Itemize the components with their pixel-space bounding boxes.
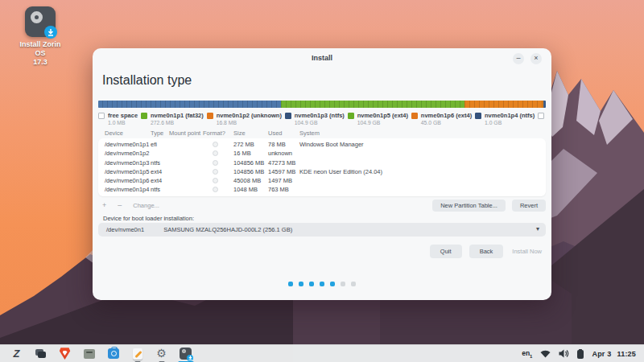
bootloader-device: /dev/nvme0n1 — [106, 226, 144, 233]
legend-item: nvme0n1p3 (ntfs)104.9 GB — [285, 112, 345, 126]
zorin-ring-icon — [31, 11, 43, 23]
taskbar: Z ⚙ — [0, 344, 644, 362]
legend-item: nvme0n1p1 (fat32)272.6 MB — [141, 112, 204, 126]
file-manager-icon — [84, 349, 95, 359]
progress-dot-done — [288, 282, 293, 286]
volume-icon[interactable] — [559, 349, 569, 358]
installer-icon — [180, 348, 192, 360]
text-editor-icon — [133, 348, 142, 360]
software-store-icon — [108, 348, 119, 359]
progress-dot-pending — [351, 282, 356, 286]
chevron-down-icon: ▾ — [536, 225, 539, 232]
bootloader-label: Device for boot loader installation: — [103, 215, 194, 222]
wizard-progress-dots — [93, 282, 551, 286]
progress-dot-done — [330, 282, 335, 286]
zorin-logo-icon: Z — [14, 348, 20, 360]
minimize-button[interactable]: – — [513, 53, 524, 64]
partition-segment-nvme0n1p3 — [98, 101, 281, 108]
desktop-icon-install-zorin[interactable]: Install Zorin OS 17.3 — [14, 6, 66, 67]
partition-table: /dev/nvme0n1p1efi 272 MB78 MBWindows Boo… — [98, 138, 546, 196]
col-used[interactable]: Used — [268, 130, 283, 137]
installer-app-icon — [25, 6, 56, 37]
format-checkbox[interactable] — [213, 150, 218, 156]
col-type[interactable]: Type — [151, 130, 163, 137]
taskbar-file-manager[interactable] — [82, 347, 96, 360]
taskbar-settings[interactable]: ⚙ — [155, 347, 168, 360]
col-size[interactable]: Size — [233, 130, 246, 137]
progress-dot-pending — [341, 282, 345, 286]
format-checkbox[interactable] — [213, 178, 218, 183]
keyboard-layout-indicator[interactable]: en1 — [522, 349, 532, 359]
progress-dot-done — [309, 282, 314, 286]
wifi-icon[interactable] — [540, 349, 551, 358]
legend-swatch-icon — [141, 113, 147, 119]
desktop-icon-label: Install Zorin OS 17.3 — [14, 40, 66, 67]
taskbar-window-switcher[interactable] — [34, 347, 47, 360]
date-label: Apr 3 — [592, 350, 611, 358]
window-switcher-icon — [35, 349, 46, 358]
taskbar-text-editor[interactable] — [130, 347, 144, 360]
taskbar-software-store[interactable] — [106, 347, 120, 360]
close-button[interactable]: × — [530, 53, 542, 64]
legend-item: nvme0n1p4 (ntfs)1.0 GB — [475, 112, 535, 126]
legend-swatch-icon — [98, 113, 105, 119]
legend-swatch-icon — [348, 113, 354, 119]
partition-segment-nvme0n1p6 — [464, 101, 543, 108]
partition-bar — [98, 101, 546, 108]
partition-legend: free space1.0 MB nvme0n1p1 (fat32)272.6 … — [98, 112, 547, 126]
format-checkbox[interactable] — [213, 142, 218, 147]
change-partition-button[interactable]: Change... — [133, 201, 159, 209]
add-partition-button[interactable]: + — [102, 201, 106, 209]
col-mount-point[interactable]: Mount point — [169, 130, 200, 137]
install-now-button[interactable]: Install Now — [510, 244, 543, 259]
brave-browser-icon — [60, 348, 71, 360]
legend-swatch-icon — [475, 113, 481, 119]
col-format[interactable]: Format? — [203, 130, 225, 137]
format-checkbox[interactable] — [213, 160, 218, 166]
table-row[interactable]: /dev/nvme0n1p5ext4 104856 MB14597 MBKDE … — [98, 167, 546, 176]
remove-partition-button[interactable]: – — [118, 201, 122, 209]
progress-dot-done — [320, 282, 324, 286]
taskbar-zorin-installer[interactable] — [179, 347, 192, 360]
format-checkbox[interactable] — [213, 187, 218, 192]
legend-item — [538, 112, 547, 126]
revert-button[interactable]: Revert — [512, 200, 546, 212]
new-partition-table-button[interactable]: New Partition Table... — [432, 200, 506, 212]
col-system[interactable]: System — [299, 130, 320, 137]
legend-item: free space1.0 MB — [98, 112, 138, 126]
download-badge-icon — [44, 26, 57, 39]
col-device[interactable]: Device — [105, 130, 123, 137]
window-title: Install — [93, 54, 551, 62]
legend-swatch-icon — [538, 113, 544, 119]
quit-button[interactable]: Quit — [430, 245, 462, 258]
time-label: 11:25 — [617, 350, 636, 358]
titlebar[interactable]: Install – × — [93, 48, 551, 66]
battery-icon[interactable] — [577, 349, 584, 359]
table-row[interactable]: /dev/nvme0n1p4ntfs 1048 MB763 MB — [98, 185, 546, 194]
format-checkbox[interactable] — [213, 169, 218, 175]
legend-swatch-icon — [285, 113, 291, 119]
progress-dot-done — [299, 282, 303, 286]
legend-swatch-icon — [207, 113, 213, 119]
taskbar-zorin-menu[interactable]: Z — [10, 347, 23, 360]
installer-window: Install – × Installation type free space… — [93, 48, 551, 300]
table-row[interactable]: /dev/nvme0n1p2 16 MBunknown — [98, 149, 546, 158]
download-badge-icon — [187, 355, 193, 361]
table-row[interactable]: /dev/nvme0n1p6ext4 45008 MB1497 MB — [98, 176, 546, 185]
partition-segment-nvme0n1p5 — [281, 101, 464, 108]
table-row[interactable]: /dev/nvme0n1p3ntfs 104856 MB47273 MB — [98, 158, 546, 167]
bootloader-model: SAMSUNG MZALQ256HAJD-000L2 (256.1 GB) — [163, 226, 292, 233]
page-title: Installation type — [102, 73, 192, 88]
legend-swatch-icon — [411, 113, 418, 119]
legend-item: nvme0n1p2 (unknown)16.8 MB — [207, 112, 282, 126]
legend-item: nvme0n1p5 (ext4)104.9 GB — [348, 112, 408, 126]
table-header: Device Type Mount point Format? Size Use… — [98, 130, 546, 138]
legend-item: nvme0n1p6 (ext4)45.0 GB — [411, 112, 472, 126]
back-button[interactable]: Back — [469, 245, 504, 258]
partition-segment-nvme0n1p4 — [543, 101, 546, 108]
clock[interactable]: Apr 3 11:25 — [592, 350, 636, 358]
taskbar-brave-browser[interactable] — [58, 347, 72, 360]
bootloader-device-select[interactable]: /dev/nvme0n1 SAMSUNG MZALQ256HAJD-000L2 … — [98, 223, 546, 237]
gear-icon: ⚙ — [156, 348, 167, 360]
table-row[interactable]: /dev/nvme0n1p1efi 272 MB78 MBWindows Boo… — [98, 140, 546, 149]
